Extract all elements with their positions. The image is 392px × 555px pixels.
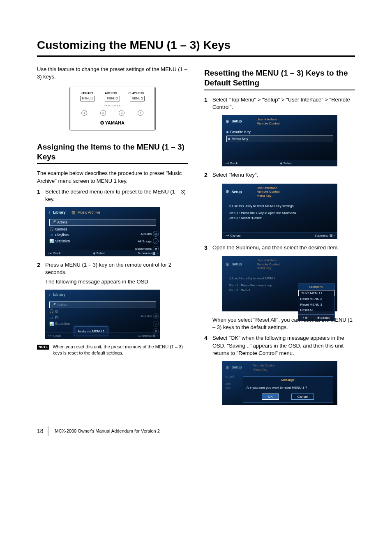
breadcrumb: Setup	[232, 189, 242, 195]
reset-step4: Select "OK" when the following message a…	[212, 334, 355, 357]
assign-heading: Assigning the Items to the MENU (1 – 3) …	[37, 142, 188, 164]
footer-cancel[interactable]: ‹ ↩ Cancel	[225, 233, 241, 238]
message-text: Are you sure you want to reset MENU 1 ?	[243, 383, 333, 391]
setup-icon: ⚙	[226, 262, 229, 267]
footer-back[interactable]: ‹ ↩ Back	[225, 161, 238, 166]
breadcrumb: Menu Key	[257, 194, 280, 198]
helper-text: Use this utility to reset MENU	[232, 276, 275, 280]
instr-step: Step 2 : Select "Reset"	[229, 216, 333, 221]
list-item: Artists	[57, 302, 67, 308]
footer-back: ‹ ↩ Back	[48, 334, 61, 338]
footer-submenu[interactable]: Submenu ▦ ›	[314, 233, 334, 238]
reset-step3: Open the Submenu, and then select the de…	[212, 244, 355, 252]
remote-label: PLAYLISTS	[129, 91, 144, 95]
breadcrumb: Setup	[232, 119, 242, 124]
submenu-panel: Submenu Reset MENU 1 Reset MENU 2 Reset …	[298, 283, 335, 321]
artist-icon: 🎤	[51, 220, 55, 225]
step-number: 2	[37, 261, 45, 276]
list-item[interactable]: Menu Key	[232, 136, 249, 142]
submenu-item[interactable]: Reset MENU 2	[298, 296, 334, 302]
list-item: Statistics	[55, 321, 70, 327]
favorite-4-button[interactable]: 4	[138, 110, 143, 116]
submenu-item[interactable]: Reset MENU 3	[298, 302, 334, 307]
playlist-icon: ♫	[49, 233, 53, 238]
footer-select[interactable]: ◈ Select	[93, 251, 105, 256]
breadcrumb: Setup	[232, 262, 242, 267]
genre-icon: 🎧	[49, 227, 53, 232]
note-badge: NOTE	[37, 345, 49, 350]
menu3-button[interactable]: MENU 3	[130, 96, 145, 101]
archive-icon: ▧	[71, 210, 75, 215]
helper-text: Use this utility to reset MENU Key setti…	[232, 204, 295, 208]
footer-text: MCX-2000 Owner's Manual Addendum for Ver…	[55, 428, 160, 434]
osd-setup1-screenshot: ⚙ Setup User Interface Remote Control Fa…	[222, 115, 337, 166]
remote-label: LIBRARY	[81, 91, 93, 95]
cancel-button[interactable]: Cancel	[291, 394, 314, 400]
breadcrumb: Remote Control	[257, 190, 280, 194]
list-item: Pl	[55, 315, 58, 320]
panel-back-icon[interactable]: ‹ ⊗	[303, 315, 308, 320]
ok-button[interactable]: OK	[262, 394, 279, 400]
list-item[interactable]: Genres	[55, 227, 67, 232]
submenu-item[interactable]: Reset MENU 1	[298, 290, 334, 296]
library-icon: ♪	[48, 210, 51, 215]
step-number: 2	[204, 171, 212, 180]
list-item: G	[55, 309, 58, 314]
setup-icon: ⚙	[226, 119, 229, 124]
favorites-label: FAVORITES	[75, 104, 150, 107]
footer-submenu[interactable]: Submenu ▦ ›	[138, 251, 158, 256]
divider	[48, 426, 48, 436]
breadcrumb: Library	[53, 210, 66, 215]
submenu-item[interactable]: Reset All	[298, 307, 334, 313]
list-item[interactable]: Playlists	[55, 233, 69, 238]
breadcrumb: Music Archive	[78, 210, 101, 215]
reset-heading: Resetting the MENU (1 – 3) Keys to the D…	[204, 68, 355, 90]
instr-step: Step 1 : Press the > key to open the Sub…	[229, 211, 333, 216]
step-number: 1	[204, 96, 212, 111]
osd-library-screenshot: ♪ Library ▧ Music Archive 🎤Artists 🎧Genr…	[45, 207, 160, 256]
message-dialog: Message Are you sure you want to reset M…	[243, 376, 333, 403]
setup-icon: ⚙	[226, 365, 229, 371]
osd-assign-screenshot: ♪ Library 🎤Artists 🎧G ♫Pl 📊Statistics Al…	[45, 290, 160, 339]
setup-icon: ⚙	[226, 189, 229, 195]
footer-select[interactable]: ◈ Select	[280, 161, 292, 166]
breadcrumb: User Interface	[257, 186, 280, 190]
step-number: 3	[204, 244, 212, 252]
breadcrumb: Library	[53, 292, 66, 297]
brand-logo: YAMAHA	[75, 120, 150, 126]
assign-step1: Select the desired menu item to preset t…	[45, 188, 188, 203]
step-number: 4	[204, 334, 212, 357]
reset-step1: Select "Top Menu" > "Setup" > "User Inte…	[212, 96, 355, 111]
list-item[interactable]: Statistics	[55, 239, 70, 244]
osd-confirm-screenshot: ⚙ Setup Remote Control Menu Key ◇ Use t …	[222, 361, 337, 405]
message-header: Message	[243, 377, 333, 383]
remote-diagram: LIBRARY ARTISTS PLAYLISTS MENU 1 MENU 2 …	[69, 87, 156, 131]
assign-step2a: Press a MENU (1 – 3) key on the remote c…	[45, 261, 188, 276]
favorite-3-button[interactable]: 3	[119, 110, 125, 116]
footer-submenu: Submenu ▦ ›	[138, 334, 158, 338]
assign-step2b: The following message appears in the OSD…	[45, 278, 188, 286]
osd-setup2-screenshot: ⚙ Setup User Interface Remote Control Me…	[222, 184, 337, 239]
list-item[interactable]: Favorite Key	[230, 129, 251, 135]
intro-text: Use this feature to change the preset se…	[37, 66, 188, 81]
favorite-1-button[interactable]: 1	[81, 110, 87, 116]
list-item[interactable]: Artists	[57, 220, 67, 225]
page-number: 18	[37, 427, 44, 435]
panel-select[interactable]: ◈ Select	[317, 315, 330, 320]
menu1-button[interactable]: MENU 1	[80, 96, 95, 101]
footer-back[interactable]: ‹ ↩ Back	[48, 251, 61, 256]
osd-submenu-screenshot: ⚙ Setup User Interface Remote Control Me…	[222, 256, 337, 311]
favorite-2-button[interactable]: 2	[100, 110, 106, 116]
menu2-button[interactable]: MENU 2	[105, 96, 120, 101]
remote-label: ARTISTS	[105, 91, 117, 95]
right-item: All Songs	[138, 239, 152, 244]
submenu-header: Submenu	[298, 284, 334, 290]
reset-step2: Select "Menu Key".	[212, 171, 355, 180]
page-title: Customizing the MENU (1 – 3) Keys	[37, 37, 355, 57]
left-column: Use this feature to change the preset se…	[37, 66, 188, 410]
assign-lead: The example below describes the procedur…	[37, 170, 188, 184]
breadcrumb: Remote Control	[257, 122, 280, 126]
step-number: 1	[37, 188, 45, 203]
right-column: Resetting the MENU (1 – 3) Keys to the D…	[204, 66, 355, 410]
breadcrumb: User Interface	[257, 117, 280, 122]
